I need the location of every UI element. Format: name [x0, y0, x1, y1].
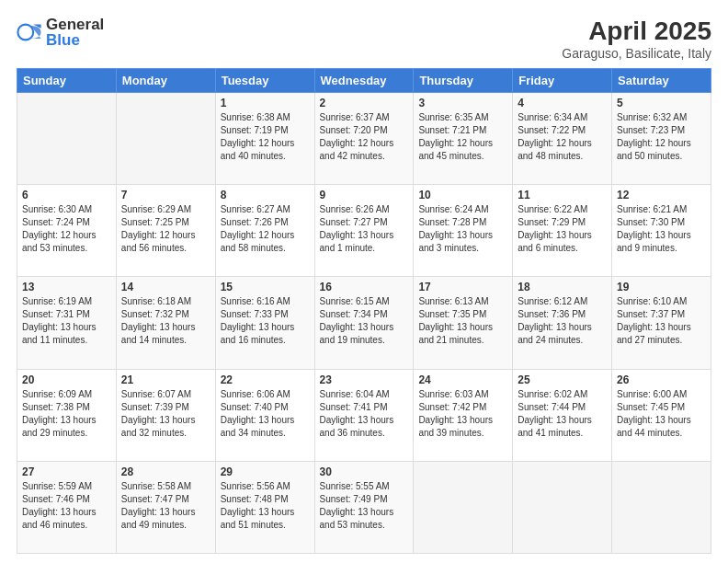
day-number: 15: [221, 281, 310, 293]
day-info: Sunrise: 6:04 AM Sunset: 7:41 PM Dayligh…: [320, 388, 409, 440]
day-number: 6: [22, 189, 111, 201]
day-cell: 29Sunrise: 5:56 AM Sunset: 7:48 PM Dayli…: [215, 461, 314, 553]
day-info: Sunrise: 6:22 AM Sunset: 7:29 PM Dayligh…: [518, 203, 607, 255]
day-cell: [17, 93, 117, 185]
day-number: 20: [22, 373, 111, 386]
day-cell: 6Sunrise: 6:30 AM Sunset: 7:24 PM Daylig…: [17, 185, 117, 277]
day-cell: 2Sunrise: 6:37 AM Sunset: 7:20 PM Daylig…: [314, 93, 414, 185]
logo-icon: [17, 19, 42, 45]
day-number: 2: [320, 97, 409, 109]
day-number: 16: [320, 281, 409, 293]
header-row: SundayMondayTuesdayWednesdayThursdayFrid…: [17, 69, 711, 93]
day-info: Sunrise: 6:27 AM Sunset: 7:26 PM Dayligh…: [221, 203, 310, 255]
header: General Blue April 2025 Garaguso, Basili…: [17, 17, 711, 61]
day-number: 27: [22, 465, 111, 478]
day-info: Sunrise: 5:56 AM Sunset: 7:48 PM Dayligh…: [221, 480, 310, 532]
day-info: Sunrise: 6:00 AM Sunset: 7:45 PM Dayligh…: [617, 388, 706, 440]
day-cell: 17Sunrise: 6:13 AM Sunset: 7:35 PM Dayli…: [414, 277, 513, 369]
week-row-3: 13Sunrise: 6:19 AM Sunset: 7:31 PM Dayli…: [17, 277, 711, 369]
day-number: 25: [518, 373, 607, 386]
day-number: 8: [221, 189, 310, 201]
day-info: Sunrise: 6:37 AM Sunset: 7:20 PM Dayligh…: [320, 111, 409, 163]
week-row-5: 27Sunrise: 5:59 AM Sunset: 7:46 PM Dayli…: [17, 461, 711, 553]
day-info: Sunrise: 6:12 AM Sunset: 7:36 PM Dayligh…: [518, 295, 607, 347]
day-header-sunday: Sunday: [17, 69, 117, 93]
day-header-monday: Monday: [116, 69, 215, 93]
day-cell: 26Sunrise: 6:00 AM Sunset: 7:45 PM Dayli…: [612, 369, 711, 461]
day-cell: 1Sunrise: 6:38 AM Sunset: 7:19 PM Daylig…: [215, 93, 314, 185]
day-cell: 12Sunrise: 6:21 AM Sunset: 7:30 PM Dayli…: [612, 185, 711, 277]
day-header-wednesday: Wednesday: [314, 69, 414, 93]
day-info: Sunrise: 6:07 AM Sunset: 7:39 PM Dayligh…: [121, 388, 210, 440]
day-cell: [414, 461, 513, 553]
day-number: 26: [617, 373, 706, 386]
day-info: Sunrise: 6:18 AM Sunset: 7:32 PM Dayligh…: [121, 295, 210, 347]
day-number: 4: [518, 97, 607, 109]
day-cell: 30Sunrise: 5:55 AM Sunset: 7:49 PM Dayli…: [314, 461, 414, 553]
subtitle: Garaguso, Basilicate, Italy: [562, 46, 711, 61]
day-cell: 3Sunrise: 6:35 AM Sunset: 7:21 PM Daylig…: [414, 93, 513, 185]
day-number: 23: [320, 373, 409, 386]
page: General Blue April 2025 Garaguso, Basili…: [0, 0, 728, 563]
day-cell: 4Sunrise: 6:34 AM Sunset: 7:22 PM Daylig…: [513, 93, 612, 185]
day-number: 3: [418, 97, 507, 109]
day-cell: 15Sunrise: 6:16 AM Sunset: 7:33 PM Dayli…: [215, 277, 314, 369]
day-number: 13: [22, 281, 111, 293]
logo-blue: Blue: [46, 32, 104, 48]
day-info: Sunrise: 6:10 AM Sunset: 7:37 PM Dayligh…: [617, 295, 706, 347]
day-number: 1: [221, 97, 310, 109]
day-cell: 9Sunrise: 6:26 AM Sunset: 7:27 PM Daylig…: [314, 185, 414, 277]
day-cell: 10Sunrise: 6:24 AM Sunset: 7:28 PM Dayli…: [414, 185, 513, 277]
logo: General Blue: [17, 17, 104, 48]
day-cell: 13Sunrise: 6:19 AM Sunset: 7:31 PM Dayli…: [17, 277, 117, 369]
day-info: Sunrise: 5:59 AM Sunset: 7:46 PM Dayligh…: [22, 480, 111, 532]
day-info: Sunrise: 6:16 AM Sunset: 7:33 PM Dayligh…: [221, 295, 310, 347]
day-info: Sunrise: 6:35 AM Sunset: 7:21 PM Dayligh…: [418, 111, 507, 163]
day-number: 22: [221, 373, 310, 386]
day-cell: 28Sunrise: 5:58 AM Sunset: 7:47 PM Dayli…: [116, 461, 215, 553]
day-number: 9: [320, 189, 409, 201]
day-number: 21: [121, 373, 210, 386]
day-info: Sunrise: 6:30 AM Sunset: 7:24 PM Dayligh…: [22, 203, 111, 255]
day-info: Sunrise: 6:02 AM Sunset: 7:44 PM Dayligh…: [518, 388, 607, 440]
day-cell: 22Sunrise: 6:06 AM Sunset: 7:40 PM Dayli…: [215, 369, 314, 461]
day-number: 24: [418, 373, 507, 386]
day-header-thursday: Thursday: [414, 69, 513, 93]
logo-general: General: [46, 17, 104, 32]
day-cell: 14Sunrise: 6:18 AM Sunset: 7:32 PM Dayli…: [116, 277, 215, 369]
week-row-2: 6Sunrise: 6:30 AM Sunset: 7:24 PM Daylig…: [17, 185, 711, 277]
day-number: 29: [221, 465, 310, 478]
day-info: Sunrise: 5:58 AM Sunset: 7:47 PM Dayligh…: [121, 480, 210, 532]
day-cell: 20Sunrise: 6:09 AM Sunset: 7:38 PM Dayli…: [17, 369, 117, 461]
day-info: Sunrise: 6:09 AM Sunset: 7:38 PM Dayligh…: [22, 388, 111, 440]
day-info: Sunrise: 6:34 AM Sunset: 7:22 PM Dayligh…: [518, 111, 607, 163]
day-info: Sunrise: 6:15 AM Sunset: 7:34 PM Dayligh…: [320, 295, 409, 347]
day-cell: 8Sunrise: 6:27 AM Sunset: 7:26 PM Daylig…: [215, 185, 314, 277]
day-info: Sunrise: 6:29 AM Sunset: 7:25 PM Dayligh…: [121, 203, 210, 255]
day-cell: 23Sunrise: 6:04 AM Sunset: 7:41 PM Dayli…: [314, 369, 414, 461]
day-number: 7: [121, 189, 210, 201]
day-cell: 21Sunrise: 6:07 AM Sunset: 7:39 PM Dayli…: [116, 369, 215, 461]
day-cell: 5Sunrise: 6:32 AM Sunset: 7:23 PM Daylig…: [612, 93, 711, 185]
day-number: 30: [320, 465, 409, 478]
day-number: 12: [617, 189, 706, 201]
day-info: Sunrise: 6:21 AM Sunset: 7:30 PM Dayligh…: [617, 203, 706, 255]
main-title: April 2025: [562, 17, 711, 46]
svg-point-0: [17, 25, 33, 40]
day-info: Sunrise: 6:32 AM Sunset: 7:23 PM Dayligh…: [617, 111, 706, 163]
day-number: 14: [121, 281, 210, 293]
week-row-1: 1Sunrise: 6:38 AM Sunset: 7:19 PM Daylig…: [17, 93, 711, 185]
day-number: 19: [617, 281, 706, 293]
day-info: Sunrise: 6:03 AM Sunset: 7:42 PM Dayligh…: [418, 388, 507, 440]
week-row-4: 20Sunrise: 6:09 AM Sunset: 7:38 PM Dayli…: [17, 369, 711, 461]
title-block: April 2025 Garaguso, Basilicate, Italy: [562, 17, 711, 61]
calendar-table: SundayMondayTuesdayWednesdayThursdayFrid…: [17, 68, 711, 554]
day-cell: 19Sunrise: 6:10 AM Sunset: 7:37 PM Dayli…: [612, 277, 711, 369]
day-cell: 7Sunrise: 6:29 AM Sunset: 7:25 PM Daylig…: [116, 185, 215, 277]
day-header-saturday: Saturday: [612, 69, 711, 93]
day-info: Sunrise: 6:24 AM Sunset: 7:28 PM Dayligh…: [418, 203, 507, 255]
day-cell: [513, 461, 612, 553]
logo-text: General Blue: [46, 17, 104, 48]
day-header-friday: Friday: [513, 69, 612, 93]
day-number: 17: [418, 281, 507, 293]
